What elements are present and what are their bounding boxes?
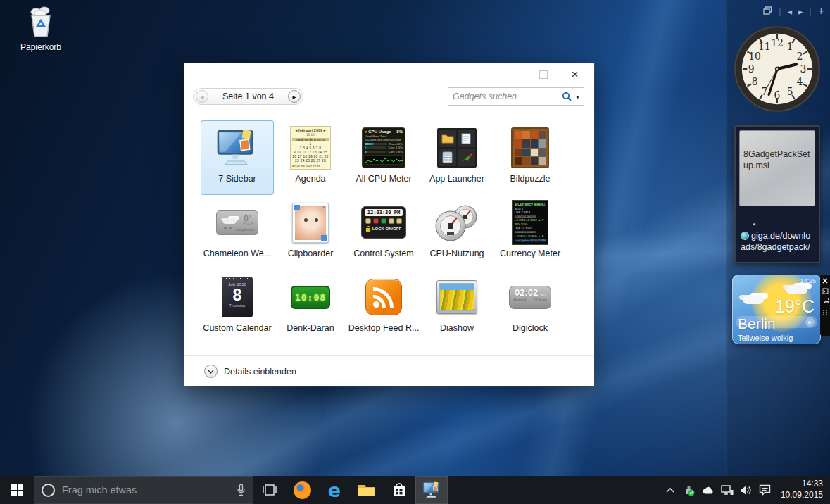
tray-clock[interactable]: 14:33 10.09.2015 <box>781 479 823 500</box>
all-cpu-meter-icon: ● CPU Usage8% Used Free Total 1420MB 586… <box>358 124 410 172</box>
gadget-label: CPU-Nutzung <box>429 248 484 258</box>
gadget-label: Clipboarder <box>288 248 334 258</box>
gadget-tile-bildpuzzle[interactable]: Bildpuzzle <box>493 120 567 195</box>
taskbar-search-input[interactable] <box>62 484 229 496</box>
close-button[interactable]: × <box>559 63 591 86</box>
gadget-gallery-window: × ◂ Seite 1 von 4 ▸ ▾ <box>184 63 594 386</box>
svg-text:6: 6 <box>774 89 781 101</box>
gadget-label: 7 Sidebar <box>218 174 256 184</box>
desktop-icon-recycle-bin[interactable]: Papierkorb <box>15 6 66 52</box>
add-gadget-icon[interactable]: + <box>818 5 824 18</box>
window-titlebar: × <box>184 63 594 86</box>
gadget-tile-control-system[interactable]: 12:03:30 PM LOCK ON/OFF Control System <box>347 195 420 270</box>
gadget-tile-digiclock[interactable]: 02:02 am Alarm Uit12:00 am Digiclock <box>493 270 567 344</box>
cortana-icon[interactable] <box>42 484 55 497</box>
cascade-gadgets-icon[interactable] <box>763 6 772 17</box>
show-details-button[interactable] <box>204 365 218 378</box>
network-icon[interactable] <box>721 482 734 498</box>
denk-daran-icon: 10:08 <box>284 273 337 321</box>
recycle-bin-icon <box>15 6 66 41</box>
taskbar-edge[interactable]: e <box>318 476 351 504</box>
agenda-icon: ◂ februari 2009 ▸ 18:18 ma di wo do vr z… <box>284 124 337 172</box>
gadget-label: Chameleon We... <box>203 248 271 258</box>
taskbar-file-explorer[interactable] <box>351 476 383 504</box>
action-center-icon[interactable] <box>759 482 772 498</box>
gadget-tile-all-cpu-meter[interactable]: ● CPU Usage8% Used Free Total 1420MB 586… <box>347 120 420 195</box>
desktop-wallpaper: Papierkorb | ◂ ▸ | + 12 1 <box>0 0 830 504</box>
gadget-tile-cpu-nutzung[interactable]: CPU-Nutzung <box>420 195 493 270</box>
gadget-label: Currency Meter <box>500 248 560 258</box>
search-dropdown-icon[interactable]: ▾ <box>576 93 579 101</box>
cortana-search-box <box>34 476 253 504</box>
svg-text:8: 8 <box>752 76 758 87</box>
gadget-controls-strip <box>820 275 830 336</box>
gadget-tile-custom-calendar[interactable]: July 2010 8 Thursday Custom Calendar <box>201 270 274 344</box>
detach-gadget-icon[interactable] <box>822 288 829 294</box>
gadget-tile-desktop-feed-reader[interactable]: Desktop Feed R... <box>347 270 420 344</box>
volume-icon[interactable] <box>740 482 753 498</box>
svg-text:12: 12 <box>771 37 784 49</box>
weather-gadget[interactable]: 14:25 19°C ▸ Berlin Teilweise wolkig <box>732 275 821 344</box>
gadget-tile-chameleon-weather[interactable]: 0° 2° / -2° Langemark Chameleon We... <box>201 195 274 270</box>
svg-text:1: 1 <box>787 41 793 52</box>
app-launcher-icon <box>431 124 483 172</box>
sidebar-next-icon[interactable]: ▸ <box>798 6 803 17</box>
note-link[interactable]: giga.de/downloads/8gadgetpack/ <box>739 212 815 253</box>
options-wrench-icon[interactable] <box>822 298 829 305</box>
note-gadget[interactable]: 8GadgetPackSetup.msi giga.de/downloads/8… <box>734 125 820 263</box>
gadget-label: Desktop Feed R... <box>348 323 420 333</box>
maximize-button[interactable] <box>527 63 559 86</box>
minimize-button[interactable] <box>496 63 527 86</box>
taskbar-firefox[interactable] <box>286 476 318 504</box>
gadget-tile-currency-meter[interactable]: $ Currency MeterZ AUD 1 US$ 2.9913 0.000… <box>493 195 567 270</box>
next-page-button[interactable]: ▸ <box>288 90 301 103</box>
gadget-tile-app-launcher[interactable]: App Launcher <box>420 120 493 195</box>
drag-grip-icon[interactable] <box>822 309 828 316</box>
gadget-tile-agenda[interactable]: ◂ februari 2009 ▸ 18:18 ma di wo do vr z… <box>274 120 347 195</box>
weather-city: Berlin <box>738 315 776 332</box>
taskbar-store[interactable] <box>383 476 415 504</box>
microphone-icon[interactable] <box>237 484 246 496</box>
svg-text:11: 11 <box>758 41 771 52</box>
diashow-icon <box>431 273 483 321</box>
taskbar: e <box>0 476 830 504</box>
custom-calendar-icon: July 2010 8 Thursday <box>211 273 263 321</box>
cloud-icon <box>786 285 807 294</box>
usb-device-icon[interactable] <box>683 482 696 498</box>
clipboarder-icon: ✕ <box>284 199 337 246</box>
gallery-navrow: ◂ Seite 1 von 4 ▸ ▾ <box>184 86 594 113</box>
digiclock-icon: 02:02 am Alarm Uit12:00 am <box>504 273 556 321</box>
gadget-label: All CPU Meter <box>356 174 411 184</box>
gadget-label: Bildpuzzle <box>510 174 551 184</box>
clock-gadget[interactable]: 12 1 2 3 4 5 6 7 8 9 10 11 <box>732 24 822 114</box>
tray-expand-button[interactable] <box>664 482 677 498</box>
folder-mini-icon <box>441 133 454 144</box>
chameleon-weather-icon: 0° 2° / -2° Langemark <box>211 199 263 246</box>
sidebar-controls: | ◂ ▸ | + <box>763 5 824 18</box>
note-filename[interactable]: 8GadgetPackSetup.msi <box>739 130 815 206</box>
gadget-label: Custom Calendar <box>203 323 271 333</box>
weather-time: 14:25 <box>800 277 816 284</box>
task-view-button[interactable] <box>253 476 286 504</box>
close-gadget-icon[interactable] <box>822 278 828 284</box>
taskbar-gadget-gallery-active[interactable] <box>415 476 448 504</box>
gadget-label: Digiclock <box>513 323 548 333</box>
previous-page-button[interactable]: ◂ <box>196 90 208 103</box>
search-icon[interactable] <box>562 92 572 101</box>
currency-meter-icon: $ Currency MeterZ AUD 1 US$ 2.9913 0.000… <box>504 199 556 246</box>
browser-globe-icon <box>741 232 749 240</box>
gadget-tile-clipboarder[interactable]: ✕ Clipboarder <box>274 195 347 270</box>
gadget-gallery-app-icon <box>422 481 441 498</box>
start-button[interactable] <box>0 476 34 504</box>
gadget-tile-7-sidebar[interactable]: 7 Sidebar <box>201 120 274 195</box>
gadget-search-box: ▾ <box>448 87 584 106</box>
sidebar-prev-icon[interactable]: ◂ <box>787 6 792 17</box>
svg-text:2: 2 <box>796 51 803 62</box>
notepad-mini-icon <box>461 133 472 144</box>
gadget-search-input[interactable] <box>453 92 562 101</box>
gadget-tile-diashow[interactable]: Diashow <box>420 270 493 344</box>
play-icon[interactable]: ▸ <box>805 317 815 327</box>
gadget-tile-denk-daran[interactable]: 10:08 Denk-Daran <box>274 270 347 344</box>
cpu-nutzung-icon <box>431 199 483 246</box>
onedrive-cloud-icon[interactable] <box>702 482 715 498</box>
